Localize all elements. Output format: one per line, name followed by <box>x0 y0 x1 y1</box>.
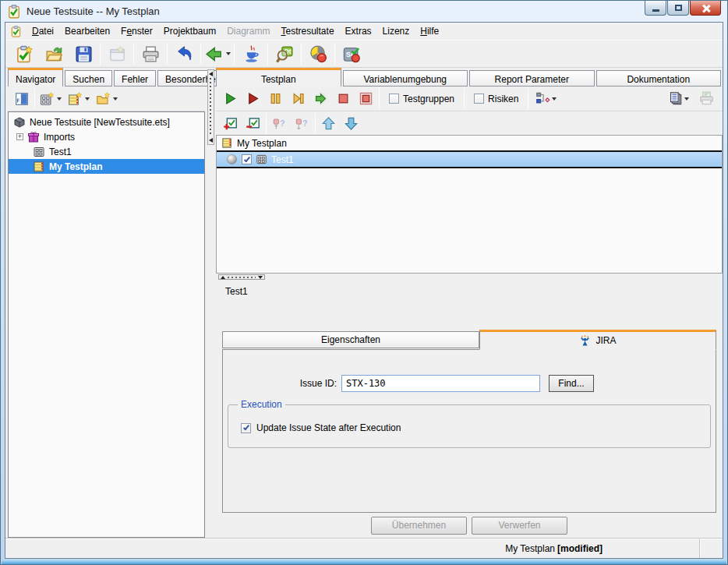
toolbar-separator <box>167 44 168 65</box>
update-issue-state-checkbox[interactable]: Update Issue State after Execution <box>241 422 710 433</box>
show-panel-button[interactable] <box>11 89 33 109</box>
tree-item-testsuite[interactable]: Neue Testsuite [NewTestsuite.ets] <box>9 115 204 129</box>
menu-extras[interactable]: Extras <box>340 23 377 39</box>
new-window-button[interactable] <box>102 42 132 65</box>
new-testplan-button[interactable] <box>65 89 93 109</box>
detail-splitter[interactable] <box>216 274 723 281</box>
open-folder-icon <box>45 45 63 63</box>
tab-suchen[interactable]: Suchen <box>65 70 112 87</box>
checkbox-unchecked[interactable] <box>474 94 484 104</box>
node-options-button[interactable] <box>530 89 561 109</box>
terminate-button[interactable] <box>355 89 377 109</box>
checkbox-checked[interactable] <box>241 423 251 433</box>
unknown-state-down-button[interactable]: ? <box>291 113 313 133</box>
menu-projektbaum[interactable]: Projektbaum <box>158 23 221 39</box>
menu-lizenz[interactable]: Lizenz <box>377 23 415 39</box>
qt-inspector-button[interactable]: Qt <box>270 42 299 65</box>
action-button-row: Übernehmen Verwerfen <box>216 513 723 538</box>
move-up-button[interactable] <box>317 113 340 133</box>
checkbox-unchecked[interactable] <box>389 94 399 104</box>
tree-item-label: My Testplan <box>49 161 102 172</box>
tab-variablenumgebung[interactable]: Variablenumgebung <box>343 70 468 87</box>
svg-text:?: ? <box>280 118 285 128</box>
apply-button[interactable]: Übernehmen <box>371 517 467 535</box>
print-report-button[interactable] <box>695 89 718 109</box>
move-down-button[interactable] <box>340 113 362 133</box>
add-test-button[interactable] <box>219 113 242 133</box>
splitter-dots <box>228 277 256 278</box>
testgruppen-checkbox[interactable]: Testgruppen <box>381 94 462 104</box>
run-debug-button[interactable] <box>242 89 264 109</box>
state-sphere-icon <box>226 154 238 165</box>
run-icon <box>223 91 238 106</box>
tree-item-imports[interactable]: + Imports <box>9 129 204 144</box>
toolbar-separator <box>34 88 35 109</box>
new-folder-button[interactable] <box>93 89 121 109</box>
testplan-root-row[interactable]: My Testplan <box>217 136 722 150</box>
new-testcase-button[interactable] <box>37 89 65 109</box>
app-window: Neue Testsuite -- My Testplan Datei Bear… <box>0 0 728 565</box>
checkbox-checked[interactable] <box>242 154 252 164</box>
issue-id-input[interactable] <box>341 375 540 392</box>
toolbar-separator <box>464 88 465 109</box>
testplan-list-icon <box>33 161 45 173</box>
report-pages-button[interactable] <box>661 89 695 109</box>
show-panel-icon <box>14 92 30 106</box>
undo-button[interactable] <box>169 42 199 65</box>
panel-splitter[interactable] <box>205 68 216 538</box>
tree-item-test1[interactable]: Test1 <box>9 144 204 159</box>
menu-hilfe[interactable]: Hilfe <box>415 23 444 39</box>
print-button[interactable] <box>136 42 165 65</box>
step-icon <box>291 91 306 106</box>
collapse-left-icon <box>209 138 213 143</box>
risiken-checkbox[interactable]: Risiken <box>466 94 526 104</box>
tab-report-parameter[interactable]: Report Parameter <box>469 70 595 87</box>
unknown-state-up-button[interactable]: ? <box>268 113 291 133</box>
navigate-back-button[interactable] <box>203 42 232 65</box>
pause-button[interactable] <box>264 89 287 109</box>
stop-button[interactable] <box>332 89 355 109</box>
menu-datei[interactable]: Datei <box>27 23 59 39</box>
move-up-icon <box>321 116 336 131</box>
update-issue-state-label: Update Issue State after Execution <box>256 422 401 433</box>
java-console-button[interactable] <box>236 42 266 65</box>
run-button[interactable] <box>219 89 242 109</box>
discard-button[interactable]: Verwerfen <box>472 517 567 535</box>
tab-eigenschaften[interactable]: Eigenschaften <box>222 331 479 348</box>
close-button[interactable] <box>690 1 721 16</box>
save-button[interactable] <box>69 42 98 65</box>
selenium-button[interactable]: Se <box>337 42 366 65</box>
tab-navigator[interactable]: Navigator <box>8 68 63 87</box>
node-options-icon <box>535 91 550 106</box>
resume-icon <box>313 91 328 106</box>
menu-testresultate[interactable]: Testresultate <box>276 23 340 39</box>
navigator-tab-bar: Navigator Suchen Fehler Besonderheiten <box>8 68 205 87</box>
tab-dokumentation[interactable]: Dokumentation <box>596 70 722 87</box>
new-testsuite-button[interactable] <box>9 42 39 65</box>
testplan-child-row[interactable]: Test1 <box>217 150 722 168</box>
tab-fehler[interactable]: Fehler <box>114 70 156 87</box>
minimize-button[interactable] <box>645 1 666 16</box>
menu-bearbeiten[interactable]: Bearbeiten <box>59 23 115 39</box>
window-menu-icon[interactable] <box>10 26 22 37</box>
detail-splitter-handle[interactable] <box>218 274 265 280</box>
resume-button[interactable] <box>309 89 332 109</box>
splitter-collapse-handle[interactable] <box>207 69 214 145</box>
new-window-icon <box>108 45 126 63</box>
menu-fenster[interactable]: Fenster <box>115 23 158 39</box>
check-icon <box>243 155 249 162</box>
tab-jira[interactable]: JIRA <box>479 330 716 350</box>
step-button[interactable] <box>287 89 309 109</box>
titlebar[interactable]: Neue Testsuite -- My Testplan <box>1 1 727 22</box>
maximize-button[interactable] <box>667 1 689 16</box>
open-testsuite-button[interactable] <box>39 42 69 65</box>
tree-item-my-testplan[interactable]: My Testplan <box>9 159 204 174</box>
remove-test-button[interactable] <box>242 113 264 133</box>
find-button[interactable]: Find... <box>549 375 594 392</box>
test-coverage-button[interactable] <box>303 42 333 65</box>
tab-testplan[interactable]: Testplan <box>216 68 341 87</box>
expand-icon[interactable]: + <box>16 133 23 140</box>
testplan-list-icon <box>221 137 233 149</box>
workspace-panel: Testplan Variablenumgebung Report Parame… <box>216 68 723 538</box>
coverage-wheel-icon <box>309 45 327 63</box>
